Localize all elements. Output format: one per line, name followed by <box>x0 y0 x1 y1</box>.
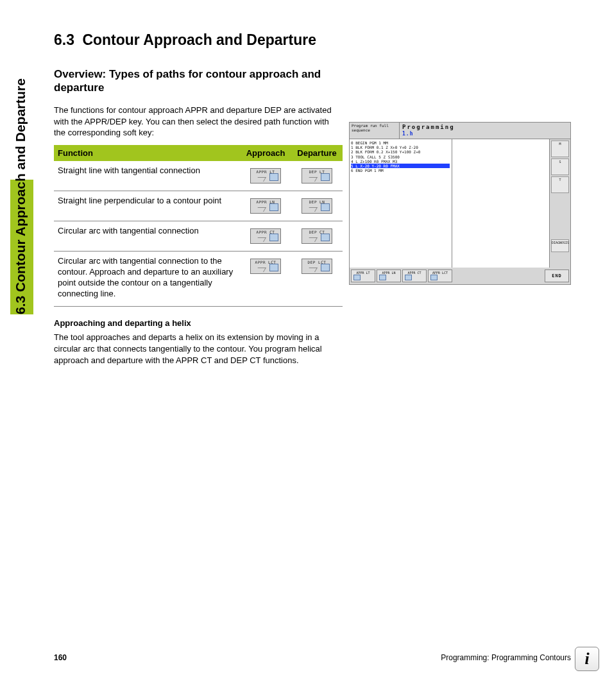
sk-appr-lt[interactable]: APPR LT <box>351 269 375 282</box>
m-button[interactable]: M <box>551 141 569 157</box>
s-button[interactable]: S <box>551 158 569 175</box>
diagnosis-button[interactable]: DIAGNOSIS <box>551 239 569 252</box>
page-number: 160 <box>54 653 67 662</box>
softkey-appr-lct[interactable]: APPR LCT <box>250 259 281 274</box>
softkey-dep-ct[interactable]: DEP CT <box>302 228 332 244</box>
code-line-highlight[interactable]: 5 L X-20 Y-20 R0 FMAX <box>351 164 450 168</box>
softkey-row: APPR LT APPR LN APPR CT APPR LCT END <box>350 268 570 284</box>
machine-buttons: M S T DIAGNOSIS <box>550 139 570 268</box>
side-chapter-title: 6.3 Contour Approach and Departure <box>13 78 28 314</box>
softkey-appr-ct[interactable]: APPR CT <box>250 228 281 244</box>
table-row: Straight line perpendicular to a contour… <box>54 191 343 221</box>
function-table: Function Approach Departure Straight lin… <box>54 145 343 307</box>
softkey-dep-lt[interactable]: DEP LT <box>302 168 332 184</box>
func-desc: Straight line perpendicular to a contour… <box>54 191 240 221</box>
chapter-label: Programming: Programming Contours <box>441 653 571 662</box>
page-footer: 160 Programming: Programming Contours <box>54 653 571 662</box>
softkey-dep-lct[interactable]: DEP LCT <box>302 259 332 274</box>
code-line: 4 L Z+100 R0 FMAX M3 <box>351 159 450 164</box>
sk-appr-lct[interactable]: APPR LCT <box>428 269 452 282</box>
file-name: 1.h <box>402 131 568 137</box>
code-line: 1 BLK FORM 0.1 Z X+0 Y+0 Z-20 <box>351 145 450 149</box>
helix-heading: Approaching and departing a helix <box>54 318 343 328</box>
intro-paragraph: The functions for contour approach APPR … <box>54 105 343 139</box>
table-row: Circular arc with tangential connection … <box>54 221 343 251</box>
col-function: Function <box>54 145 240 161</box>
mode-left: Program run full sequence <box>350 123 400 139</box>
code-line: 6 END PGM 1 MM <box>351 168 450 173</box>
mode-right-label: Programming <box>402 124 455 130</box>
sk-end[interactable]: END <box>545 269 569 282</box>
t-button[interactable]: T <box>551 176 569 193</box>
tnc-screenshot: Program run full sequence Programming 1.… <box>349 122 571 285</box>
softkey-appr-lt[interactable]: APPR LT <box>250 168 281 184</box>
code-line: 0 BEGIN PGM 1 MM <box>351 141 450 145</box>
code-line: 2 BLK FORM 0.2 X+150 Y+100 Z+0 <box>351 149 450 154</box>
code-line: 3 TOOL CALL 5 Z S3500 <box>351 155 450 159</box>
helix-body: The tool approaches and departs a helix … <box>54 332 343 366</box>
program-listing: 0 BEGIN PGM 1 MM 1 BLK FORM 0.1 Z X+0 Y+… <box>350 139 452 268</box>
softkey-appr-ln[interactable]: APPR LN <box>250 198 281 214</box>
graphics-pane <box>452 139 550 268</box>
func-desc: Circular arc with tangential connection <box>54 221 240 251</box>
sk-appr-ct[interactable]: APPR CT <box>402 269 427 282</box>
col-departure: Departure <box>291 145 343 161</box>
info-icon: i <box>575 647 599 671</box>
table-row: Straight line with tangential connection… <box>54 161 343 191</box>
page-heading: 6.3 Contour Approach and Departure <box>54 31 343 49</box>
func-desc: Straight line with tangential connection <box>54 161 240 191</box>
mode-right: Programming 1.h <box>400 123 570 139</box>
func-desc: Circular arc with tangential connection … <box>54 251 240 307</box>
heading-title: Contour Approach and Departure <box>82 31 326 49</box>
heading-number: 6.3 <box>54 31 78 49</box>
table-row: Circular arc with tangential connection … <box>54 251 343 307</box>
softkey-dep-ln[interactable]: DEP LN <box>302 198 332 214</box>
col-approach: Approach <box>240 145 291 161</box>
sk-appr-ln[interactable]: APPR LN <box>377 269 401 282</box>
subheading: Overview: Types of paths for contour app… <box>54 67 343 95</box>
main-content: 6.3 Contour Approach and Departure Overv… <box>54 31 343 366</box>
